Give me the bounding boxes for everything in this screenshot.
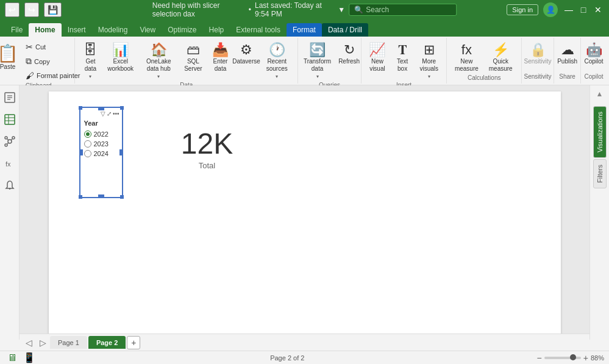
zoom-in-button[interactable]: + xyxy=(583,353,588,363)
enter-data-button[interactable]: 📥 Enter data xyxy=(208,40,233,74)
recent-sources-button[interactable]: 🕐 Recent sources ▾ xyxy=(260,40,294,82)
svg-line-13 xyxy=(11,139,12,140)
enter-data-icon: 📥 xyxy=(212,43,229,57)
slicer-item-2024[interactable]: 2024 xyxy=(83,149,119,159)
ribbon-group-insert: 📈 New visual 𝐓 Text box ⊞ More visuals ▾… xyxy=(361,38,447,84)
excel-workbook-button[interactable]: 📊 Excel workbook xyxy=(103,40,138,74)
redo-button[interactable]: ↪ xyxy=(24,2,39,17)
clipboard-buttons: 📋 Paste ✂ Cut ⧉ Copy 🖌 Format painter xyxy=(0,40,83,82)
tab-file[interactable]: File xyxy=(5,23,29,37)
format-painter-icon: 🖌 xyxy=(26,71,34,80)
quick-measure-button[interactable]: ⚡ Quick measure xyxy=(483,40,518,74)
resize-handle-top[interactable] xyxy=(98,107,104,110)
svg-text:fx: fx xyxy=(5,160,11,168)
zoom-out-button[interactable]: − xyxy=(537,353,542,363)
sql-server-button[interactable]: 🗃 SQL Server xyxy=(180,40,207,74)
canvas-area: ▽ ⤢ ••• Year 2022 2023 2024 12K Total xyxy=(20,85,589,338)
zoom-slider[interactable] xyxy=(544,357,581,359)
title-dropdown-arrow[interactable]: ▼ xyxy=(338,5,345,14)
tab-modeling[interactable]: Modeling xyxy=(92,23,134,37)
slicer-item-2023[interactable]: 2023 xyxy=(83,139,119,149)
tab-optimize[interactable]: Optimize xyxy=(162,23,202,37)
search-box[interactable]: 🔍 xyxy=(349,4,457,16)
svg-point-11 xyxy=(5,144,7,146)
resize-handle-br[interactable] xyxy=(120,195,124,199)
copilot-button[interactable]: 🤖 Copilot xyxy=(581,40,606,67)
desktop-view-button[interactable]: 🖥 xyxy=(5,351,20,364)
sidebar-table-icon[interactable] xyxy=(2,112,17,127)
sidebar-report-icon[interactable] xyxy=(2,90,17,105)
slicer-radio-2023[interactable] xyxy=(84,140,91,148)
new-visual-button[interactable]: 📈 New visual xyxy=(365,40,390,74)
mobile-view-button[interactable]: 📱 xyxy=(21,351,38,364)
page-tab-1[interactable]: Page 1 xyxy=(50,336,87,349)
page-nav-left[interactable]: ◁ xyxy=(22,337,36,349)
resize-handle-tr[interactable] xyxy=(120,106,124,110)
sidebar-scroll-up[interactable]: ▲ xyxy=(591,88,608,100)
minimize-button[interactable]: — xyxy=(563,4,575,16)
resize-handle-tl[interactable] xyxy=(79,106,82,110)
transform-data-button[interactable]: 🔄 Transform data ▾ xyxy=(298,40,336,82)
page-tabs: ◁ ▷ Page 1 Page 2 + xyxy=(20,334,589,351)
filters-panel-tab[interactable]: Filters xyxy=(593,159,607,188)
slicer-radio-2024[interactable] xyxy=(84,150,91,157)
sidebar-dax-icon[interactable]: fx xyxy=(2,156,17,171)
ribbon-group-calculations: fx New measure ⚡ Quick measure Calculati… xyxy=(447,38,522,84)
resize-handle-right[interactable] xyxy=(119,149,123,155)
slicer-label-2022: 2022 xyxy=(94,130,109,138)
title-bar-left: ↩ ↪ 💾 xyxy=(5,2,62,17)
copy-button[interactable]: ⧉ Copy xyxy=(23,54,84,68)
excel-label: Excel workbook xyxy=(106,58,135,73)
publish-button[interactable]: ☁ Publish xyxy=(554,40,580,67)
clipboard-col: ✂ Cut ⧉ Copy 🖌 Format painter xyxy=(23,40,84,82)
slicer-filter-icon[interactable]: ▽ xyxy=(101,110,105,117)
tab-home[interactable]: Home xyxy=(29,23,61,37)
left-sidebar: fx xyxy=(0,85,20,340)
save-button[interactable]: 💾 xyxy=(44,2,62,17)
slicer-more-icon[interactable]: ••• xyxy=(113,110,119,117)
tab-external-tools[interactable]: External tools xyxy=(230,23,287,37)
maximize-button[interactable]: □ xyxy=(577,4,589,16)
new-visual-icon: 📈 xyxy=(369,43,385,57)
tab-insert[interactable]: Insert xyxy=(62,23,92,37)
resize-handle-bottom[interactable] xyxy=(98,194,104,198)
onelake-button[interactable]: 🏠 OneLake data hub ▾ xyxy=(139,40,179,82)
get-data-button[interactable]: 🗄 Get data ▾ xyxy=(79,40,102,82)
user-avatar[interactable]: 👤 xyxy=(543,2,558,17)
slicer-widget[interactable]: ▽ ⤢ ••• Year 2022 2023 2024 xyxy=(79,107,123,198)
tab-data-drill[interactable]: Data / Drill xyxy=(322,23,368,37)
svg-rect-4 xyxy=(5,115,15,124)
resize-handle-left[interactable] xyxy=(79,149,83,155)
refresh-button[interactable]: ↻ Refresh xyxy=(338,40,361,67)
search-input[interactable] xyxy=(366,5,451,14)
sidebar-notification-icon[interactable] xyxy=(2,178,17,193)
slicer-radio-2022[interactable] xyxy=(84,130,91,138)
page-nav-right[interactable]: ▷ xyxy=(36,337,50,349)
visualizations-panel-tab[interactable]: Visualizations xyxy=(593,106,607,158)
zoom-slider-thumb xyxy=(570,354,576,360)
page-tab-2[interactable]: Page 2 xyxy=(88,336,126,349)
tab-help[interactable]: Help xyxy=(203,23,230,37)
dataverse-button[interactable]: ⚙ Dataverse xyxy=(234,40,258,67)
text-box-button[interactable]: 𝐓 Text box xyxy=(391,40,414,74)
cut-button[interactable]: ✂ Cut xyxy=(23,40,84,54)
sidebar-model-icon[interactable] xyxy=(2,134,17,149)
share-buttons: ☁ Publish xyxy=(554,40,580,73)
close-button[interactable]: ✕ xyxy=(592,4,604,16)
tab-format[interactable]: Format xyxy=(287,23,322,37)
slicer-item-2022[interactable]: 2022 xyxy=(83,129,119,139)
data-buttons: 🗄 Get data ▾ 📊 Excel workbook 🏠 OneLake … xyxy=(79,40,294,82)
new-measure-button[interactable]: fx New measure xyxy=(451,40,482,74)
resize-handle-bl[interactable] xyxy=(79,195,82,199)
format-painter-button[interactable]: 🖌 Format painter xyxy=(23,69,84,82)
new-visual-label: New visual xyxy=(368,58,386,73)
more-visuals-icon: ⊞ xyxy=(424,43,435,57)
tab-view[interactable]: View xyxy=(134,23,162,37)
undo-button[interactable]: ↩ xyxy=(5,2,20,17)
add-page-button[interactable]: + xyxy=(127,336,140,349)
sign-in-button[interactable]: Sign in xyxy=(507,4,538,15)
more-visuals-button[interactable]: ⊞ More visuals ▾ xyxy=(415,40,443,82)
slicer-resize-icon[interactable]: ⤢ xyxy=(107,110,112,117)
paste-button[interactable]: 📋 Paste xyxy=(0,40,21,73)
sensitivity-button[interactable]: 🔒 Sensitivity xyxy=(521,40,555,67)
